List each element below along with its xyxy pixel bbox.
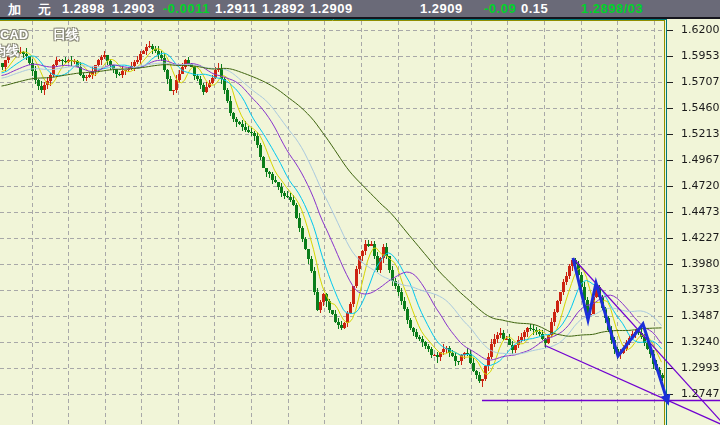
quote-field: 1.2909 xyxy=(310,1,353,16)
quote-field: 1.2911 xyxy=(215,1,257,16)
quote-field: 1.2892 xyxy=(262,1,305,16)
trading-app-window: 加元1.28981.2903-0.00111.29111.28921.29091… xyxy=(0,0,720,425)
price-axis-label: 1.5460 xyxy=(681,101,720,114)
quote-field: 1.2898 xyxy=(62,1,105,16)
price-axis-label: 1.3980 xyxy=(681,257,720,270)
price-axis-label: 1.5707 xyxy=(681,75,720,88)
price-axis-label: 1.2993 xyxy=(681,361,720,374)
price-chart-canvas[interactable] xyxy=(0,0,720,425)
quote-field: 1.2903 xyxy=(112,1,155,16)
quote-field: 1.2909 xyxy=(420,1,463,16)
price-axis-label: 1.4227 xyxy=(681,231,720,244)
price-axis-label: 1.4473 xyxy=(681,205,720,218)
price-axis-label: 1.6200 xyxy=(681,23,720,36)
price-axis-label: 1.2747 xyxy=(681,387,720,400)
price-axis[interactable]: 1.62001.59531.57071.54601.52131.49671.47… xyxy=(668,19,720,425)
quote-field: 加 xyxy=(8,1,22,19)
quote-field: -0.09 xyxy=(484,1,516,16)
price-axis-label: 1.4967 xyxy=(681,153,720,166)
quote-field: 元 xyxy=(38,1,52,19)
price-axis-label: 1.3733 xyxy=(681,283,720,296)
price-axis-label: 1.3240 xyxy=(681,335,720,348)
price-axis-label: 1.3487 xyxy=(681,309,720,322)
quote-field: -0.0011 xyxy=(163,1,210,16)
quote-field: 1.2898/03 xyxy=(581,1,643,16)
quote-field: 0.15 xyxy=(521,1,548,16)
price-axis-label: 1.5953 xyxy=(681,49,720,62)
quote-bar: 加元1.28981.2903-0.00111.29111.28921.29091… xyxy=(0,0,720,19)
price-axis-label: 1.5213 xyxy=(681,127,720,140)
price-axis-label: 1.4720 xyxy=(681,179,720,192)
